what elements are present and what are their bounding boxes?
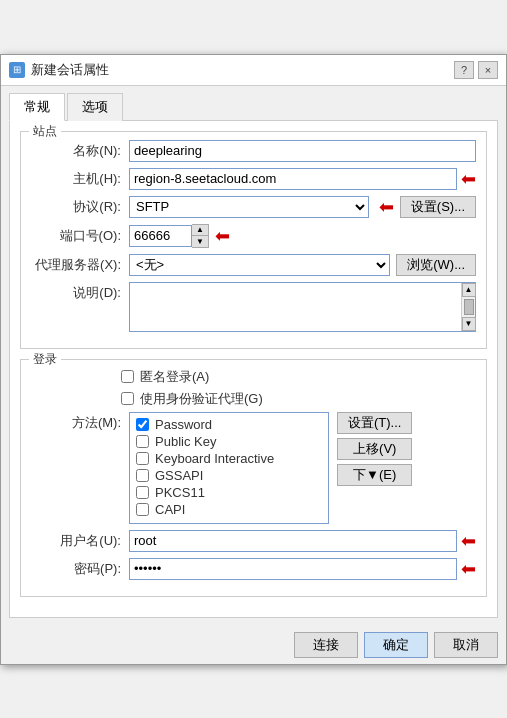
method-password-checkbox[interactable] (136, 418, 149, 431)
move-down-button[interactable]: 下▼(E) (337, 464, 412, 486)
method-row: 方法(M): Password Public Key Keyboard Inte… (31, 412, 476, 524)
protocol-wrapper: SFTP FTP SCP ⬅ 设置(S)... (129, 196, 476, 218)
method-password: Password (136, 417, 322, 432)
browse-button[interactable]: 浏览(W)... (396, 254, 476, 276)
host-input[interactable] (129, 168, 457, 190)
spin-down-button[interactable]: ▼ (192, 236, 208, 247)
method-keyboard-label: Keyboard Interactive (155, 451, 274, 466)
dialog-title: 新建会话属性 (31, 61, 109, 79)
method-gssapi: GSSAPI (136, 468, 322, 483)
method-label: 方法(M): (31, 412, 121, 432)
port-spinbox: ▲ ▼ (129, 224, 209, 248)
main-content: 站点 名称(N): 主机(H): ⬅ 协议(R): SFTP FTP (9, 120, 498, 618)
method-pubkey-label: Public Key (155, 434, 216, 449)
anon-login-label: 匿名登录(A) (140, 368, 209, 386)
anon-login-checkbox[interactable] (121, 370, 134, 383)
method-password-label: Password (155, 417, 212, 432)
help-button[interactable]: ? (454, 61, 474, 79)
use-agent-checkbox[interactable] (121, 392, 134, 405)
connect-button[interactable]: 连接 (294, 632, 358, 658)
proxy-row: 代理服务器(X): <无> 浏览(W)... (31, 254, 476, 276)
port-arrow: ⬅ (215, 225, 230, 247)
method-gssapi-checkbox[interactable] (136, 469, 149, 482)
port-input[interactable] (129, 225, 192, 247)
username-input[interactable] (129, 530, 457, 552)
tab-bar: 常规 选项 (1, 86, 506, 120)
method-pkcs11-checkbox[interactable] (136, 486, 149, 499)
title-controls: ? × (454, 61, 498, 79)
password-label: 密码(P): (31, 560, 121, 578)
method-settings-button[interactable]: 设置(T)... (337, 412, 412, 434)
host-row: 主机(H): ⬅ (31, 168, 476, 190)
desc-row: 说明(D): ▲ ▼ (31, 282, 476, 332)
cancel-button[interactable]: 取消 (434, 632, 498, 658)
footer: 连接 确定 取消 (1, 626, 506, 664)
scroll-up[interactable]: ▲ (462, 283, 476, 297)
use-agent-row: 使用身份验证代理(G) (31, 390, 476, 408)
desc-label: 说明(D): (31, 282, 121, 302)
password-row: 密码(P): ⬅ (31, 558, 476, 580)
username-label: 用户名(U): (31, 532, 121, 550)
site-section-title: 站点 (29, 123, 61, 140)
dialog: ⊞ 新建会话属性 ? × 常规 选项 站点 名称(N): 主机(H): ⬅ (0, 54, 507, 665)
tab-options[interactable]: 选项 (67, 93, 123, 121)
password-input[interactable] (129, 558, 457, 580)
desc-textarea-wrapper: ▲ ▼ (129, 282, 476, 332)
title-bar-left: ⊞ 新建会话属性 (9, 61, 109, 79)
spin-buttons: ▲ ▼ (192, 224, 209, 248)
username-arrow: ⬅ (461, 530, 476, 552)
ok-button[interactable]: 确定 (364, 632, 428, 658)
method-capi-label: CAPI (155, 502, 185, 517)
site-section: 站点 名称(N): 主机(H): ⬅ 协议(R): SFTP FTP (20, 131, 487, 349)
method-capi-checkbox[interactable] (136, 503, 149, 516)
settings-button[interactable]: 设置(S)... (400, 196, 476, 218)
move-up-button[interactable]: 上移(V) (337, 438, 412, 460)
username-row: 用户名(U): ⬅ (31, 530, 476, 552)
password-arrow: ⬅ (461, 558, 476, 580)
host-arrow: ⬅ (461, 168, 476, 190)
proxy-wrapper: <无> 浏览(W)... (129, 254, 476, 276)
protocol-label: 协议(R): (31, 198, 121, 216)
method-side-buttons: 设置(T)... 上移(V) 下▼(E) (337, 412, 412, 486)
title-bar: ⊞ 新建会话属性 ? × (1, 55, 506, 86)
desc-textarea[interactable] (130, 283, 461, 331)
scrollbar: ▲ ▼ (461, 283, 475, 331)
login-section-title: 登录 (29, 351, 61, 368)
method-gssapi-label: GSSAPI (155, 468, 203, 483)
port-label: 端口号(O): (31, 227, 121, 245)
method-pkcs11: PKCS11 (136, 485, 322, 500)
login-section: 登录 匿名登录(A) 使用身份验证代理(G) 方法(M): Password (20, 359, 487, 597)
method-capi: CAPI (136, 502, 322, 517)
name-label: 名称(N): (31, 142, 121, 160)
use-agent-label: 使用身份验证代理(G) (140, 390, 263, 408)
tab-general[interactable]: 常规 (9, 93, 65, 121)
method-pubkey-checkbox[interactable] (136, 435, 149, 448)
anon-login-row: 匿名登录(A) (31, 368, 476, 386)
method-pkcs11-label: PKCS11 (155, 485, 205, 500)
method-list: Password Public Key Keyboard Interactive… (129, 412, 329, 524)
scroll-down[interactable]: ▼ (462, 317, 476, 331)
protocol-arrow: ⬅ (379, 196, 394, 218)
name-input[interactable] (129, 140, 476, 162)
method-keyboard: Keyboard Interactive (136, 451, 322, 466)
proxy-label: 代理服务器(X): (31, 256, 121, 274)
port-row: 端口号(O): ▲ ▼ ⬅ (31, 224, 476, 248)
proxy-select[interactable]: <无> (129, 254, 390, 276)
close-button[interactable]: × (478, 61, 498, 79)
host-label: 主机(H): (31, 170, 121, 188)
protocol-select[interactable]: SFTP FTP SCP (129, 196, 369, 218)
protocol-row: 协议(R): SFTP FTP SCP ⬅ 设置(S)... (31, 196, 476, 218)
spin-up-button[interactable]: ▲ (192, 225, 208, 236)
scroll-thumb (464, 299, 474, 315)
method-keyboard-checkbox[interactable] (136, 452, 149, 465)
method-pubkey: Public Key (136, 434, 322, 449)
app-icon: ⊞ (9, 62, 25, 78)
name-row: 名称(N): (31, 140, 476, 162)
